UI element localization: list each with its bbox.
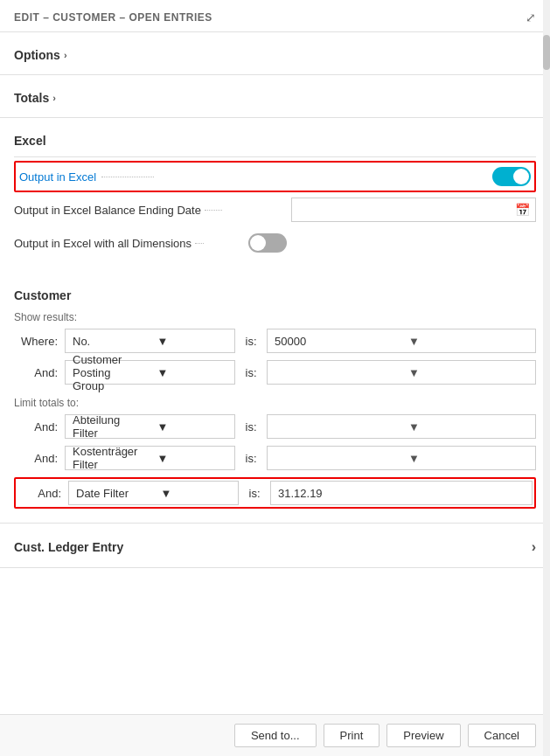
- and2-label: And:: [14, 420, 58, 433]
- excel-title: Excel: [14, 127, 536, 157]
- and1-field-dropdown[interactable]: Customer Posting Group ▼: [65, 360, 235, 385]
- balance-ending-date-label: Output in Excel Balance Ending Date: [14, 204, 241, 217]
- dialog-title: EDIT – CUSTOMER – OPEN ENTRIES: [14, 11, 212, 24]
- options-header[interactable]: Options ›: [14, 41, 536, 71]
- where-value-dropdown[interactable]: 50000 ▼: [267, 329, 536, 353]
- cust-ledger-chevron: ›: [532, 539, 536, 555]
- date-input-wrapper: 📅: [291, 198, 536, 222]
- send-to-button[interactable]: Send to...: [234, 724, 317, 747]
- totals-section: Totals ›: [0, 75, 550, 118]
- excel-section: Excel Output in Excel Output in Excel Ba…: [0, 118, 550, 273]
- dialog-header: EDIT – CUSTOMER – OPEN ENTRIES ⤢: [0, 0, 550, 32]
- with-dimensions-value: [241, 233, 536, 253]
- expand-icon[interactable]: ⤢: [526, 10, 536, 24]
- output-in-excel-row: Output in Excel: [14, 161, 536, 192]
- options-section: Options ›: [0, 32, 550, 75]
- cust-ledger-label: Cust. Ledger Entry: [14, 540, 123, 554]
- and3-is: is:: [242, 452, 260, 465]
- totals-arrow: ›: [52, 93, 56, 103]
- and4-dropdown-arrow: ▼: [154, 487, 239, 500]
- and4-row-highlighted: And: Date Filter ▼ is: 31.12.19: [14, 477, 536, 509]
- where-field-dropdown[interactable]: No. ▼: [65, 329, 235, 353]
- customer-section: Customer Show results: Where: No. ▼ is: …: [0, 273, 550, 524]
- cancel-button[interactable]: Cancel: [468, 724, 536, 747]
- and4-is: is:: [246, 487, 263, 500]
- and3-row: And: Kostenträger Filter ▼ is: ▼: [14, 442, 536, 474]
- calendar-icon[interactable]: 📅: [510, 203, 535, 217]
- limit-totals-label: Limit totals to:: [14, 393, 536, 411]
- action-bar: Send to... Print Preview Cancel: [0, 714, 550, 756]
- totals-label: Totals: [14, 91, 49, 105]
- and2-is: is:: [242, 420, 260, 433]
- balance-ending-date-input[interactable]: [292, 202, 510, 218]
- scroll-area: Options › Totals › Excel Output in Excel: [0, 32, 550, 745]
- balance-ending-date-row: Output in Excel Balance Ending Date 📅: [14, 192, 536, 227]
- cust-ledger-section: Cust. Ledger Entry ›: [0, 524, 550, 568]
- where-dropdown-arrow: ▼: [150, 335, 235, 348]
- and4-field-dropdown[interactable]: Date Filter ▼: [68, 481, 239, 505]
- options-label: Options: [14, 48, 60, 62]
- and3-label: And:: [14, 452, 58, 465]
- with-dimensions-toggle[interactable]: [248, 233, 287, 253]
- show-results-label: Show results:: [14, 308, 536, 325]
- and3-value-dropdown[interactable]: ▼: [267, 446, 536, 470]
- options-arrow: ›: [64, 50, 67, 60]
- and3-dropdown-arrow: ▼: [150, 452, 235, 465]
- with-dimensions-label: Output in Excel with all Dimensions: [14, 237, 241, 250]
- and1-value-dropdown[interactable]: ▼: [267, 360, 536, 385]
- and4-value-text: 31.12.19: [270, 481, 533, 505]
- preview-button[interactable]: Preview: [386, 724, 460, 747]
- and2-value-dropdown[interactable]: ▼: [267, 414, 536, 439]
- and2-value-arrow: ▼: [401, 420, 535, 433]
- with-dimensions-row: Output in Excel with all Dimensions: [14, 227, 536, 259]
- and1-row: And: Customer Posting Group ▼ is: ▼: [14, 357, 536, 388]
- customer-title: Customer: [14, 281, 536, 308]
- and1-value-arrow: ▼: [401, 366, 535, 379]
- where-value-arrow: ▼: [401, 335, 535, 348]
- and2-dropdown-arrow: ▼: [150, 420, 235, 433]
- scrollbar[interactable]: [543, 0, 550, 756]
- toggle-slider-off: [248, 233, 287, 253]
- and1-dropdown-arrow: ▼: [150, 366, 235, 379]
- where-is: is:: [242, 335, 260, 348]
- and1-is: is:: [242, 366, 260, 379]
- output-in-excel-toggle[interactable]: [492, 167, 531, 186]
- scrollbar-thumb[interactable]: [543, 35, 550, 70]
- totals-header[interactable]: Totals ›: [14, 84, 536, 114]
- dots3: [195, 243, 204, 244]
- output-in-excel-value: [247, 167, 531, 186]
- output-in-excel-label: Output in Excel: [19, 170, 247, 184]
- and1-label: And:: [14, 366, 58, 379]
- print-button[interactable]: Print: [324, 724, 380, 747]
- dots2: [205, 210, 222, 211]
- dots-decoration: [101, 177, 154, 177]
- and2-field-dropdown[interactable]: Abteilung Filter ▼: [65, 414, 235, 439]
- and4-label: And:: [17, 487, 61, 500]
- cust-ledger-header[interactable]: Cust. Ledger Entry ›: [14, 532, 536, 564]
- balance-ending-date-value: 📅: [241, 198, 536, 222]
- and3-field-dropdown[interactable]: Kostenträger Filter ▼: [65, 446, 235, 470]
- and2-row: And: Abteilung Filter ▼ is: ▼: [14, 411, 536, 442]
- toggle-slider-on: [492, 167, 531, 186]
- where-label: Where:: [14, 335, 58, 348]
- and3-value-arrow: ▼: [401, 452, 535, 465]
